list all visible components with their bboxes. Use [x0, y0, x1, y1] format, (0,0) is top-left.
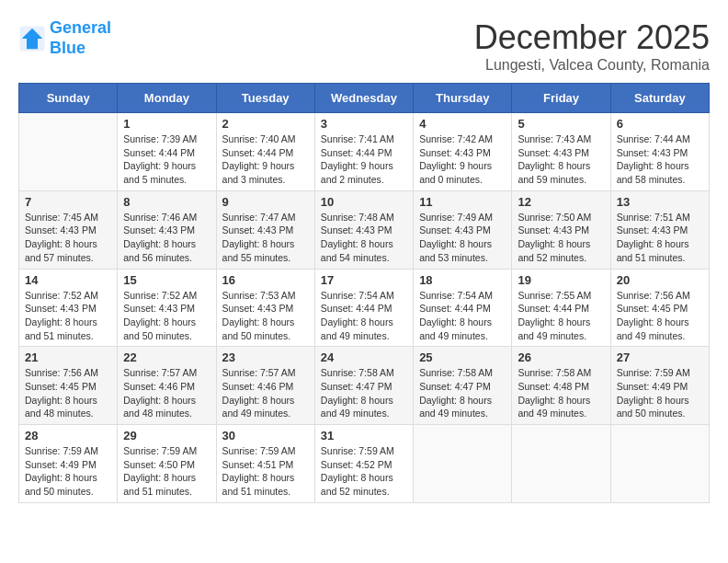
- day-info: Sunrise: 7:52 AMSunset: 4:43 PMDaylight:…: [123, 289, 210, 343]
- day-header-monday: Monday: [118, 84, 216, 113]
- calendar-cell: 12Sunrise: 7:50 AMSunset: 4:43 PMDayligh…: [512, 190, 610, 269]
- calendar-cell: [414, 425, 512, 503]
- day-number: 7: [25, 195, 111, 209]
- day-info: Sunrise: 7:42 AMSunset: 4:43 PMDaylight:…: [419, 132, 506, 187]
- day-number: 25: [419, 350, 506, 364]
- day-number: 13: [617, 195, 703, 209]
- calendar-cell: 7Sunrise: 7:45 AMSunset: 4:43 PMDaylight…: [19, 190, 118, 269]
- calendar-cell: 16Sunrise: 7:53 AMSunset: 4:43 PMDayligh…: [216, 269, 314, 347]
- day-number: 14: [25, 273, 111, 287]
- day-info: Sunrise: 7:49 AMSunset: 4:43 PMDaylight:…: [419, 211, 506, 265]
- day-info: Sunrise: 7:51 AMSunset: 4:43 PMDaylight:…: [617, 211, 703, 265]
- day-info: Sunrise: 7:39 AMSunset: 4:44 PMDaylight:…: [123, 132, 210, 187]
- day-header-thursday: Thursday: [414, 84, 512, 113]
- calendar-cell: 11Sunrise: 7:49 AMSunset: 4:43 PMDayligh…: [414, 190, 512, 269]
- calendar-cell: 27Sunrise: 7:59 AMSunset: 4:49 PMDayligh…: [610, 347, 709, 425]
- day-number: 20: [617, 273, 703, 287]
- logo: General Blue: [18, 18, 111, 58]
- day-info: Sunrise: 7:58 AMSunset: 4:47 PMDaylight:…: [419, 366, 506, 420]
- day-info: Sunrise: 7:46 AMSunset: 4:43 PMDaylight:…: [123, 211, 210, 265]
- day-number: 19: [518, 273, 604, 287]
- calendar-cell: 30Sunrise: 7:59 AMSunset: 4:51 PMDayligh…: [216, 425, 314, 503]
- calendar-cell: 21Sunrise: 7:56 AMSunset: 4:45 PMDayligh…: [19, 347, 118, 425]
- calendar-cell: 25Sunrise: 7:58 AMSunset: 4:47 PMDayligh…: [414, 347, 512, 425]
- calendar-week-5: 28Sunrise: 7:59 AMSunset: 4:49 PMDayligh…: [19, 425, 710, 503]
- calendar: SundayMondayTuesdayWednesdayThursdayFrid…: [18, 83, 710, 503]
- day-number: 22: [123, 350, 210, 364]
- day-number: 2: [222, 117, 309, 131]
- day-number: 27: [617, 350, 703, 364]
- day-number: 8: [123, 195, 210, 209]
- day-header-tuesday: Tuesday: [216, 84, 314, 113]
- day-info: Sunrise: 7:59 AMSunset: 4:49 PMDaylight:…: [25, 444, 111, 499]
- day-info: Sunrise: 7:57 AMSunset: 4:46 PMDaylight:…: [123, 366, 210, 420]
- day-header-saturday: Saturday: [610, 84, 709, 113]
- day-info: Sunrise: 7:56 AMSunset: 4:45 PMDaylight:…: [25, 366, 111, 420]
- day-info: Sunrise: 7:41 AMSunset: 4:44 PMDaylight:…: [321, 132, 407, 187]
- day-number: 4: [419, 117, 506, 131]
- day-number: 12: [518, 195, 604, 209]
- calendar-cell: 8Sunrise: 7:46 AMSunset: 4:43 PMDaylight…: [118, 190, 216, 269]
- day-info: Sunrise: 7:54 AMSunset: 4:44 PMDaylight:…: [321, 289, 407, 343]
- calendar-cell: 28Sunrise: 7:59 AMSunset: 4:49 PMDayligh…: [19, 425, 118, 503]
- calendar-cell: 14Sunrise: 7:52 AMSunset: 4:43 PMDayligh…: [19, 269, 118, 347]
- calendar-header-row: SundayMondayTuesdayWednesdayThursdayFrid…: [19, 84, 710, 113]
- day-info: Sunrise: 7:48 AMSunset: 4:43 PMDaylight:…: [321, 211, 407, 265]
- calendar-cell: 15Sunrise: 7:52 AMSunset: 4:43 PMDayligh…: [118, 269, 216, 347]
- calendar-week-3: 14Sunrise: 7:52 AMSunset: 4:43 PMDayligh…: [19, 269, 710, 347]
- logo-line1: General: [50, 18, 111, 37]
- day-number: 11: [419, 195, 506, 209]
- day-info: Sunrise: 7:55 AMSunset: 4:44 PMDaylight:…: [518, 289, 604, 343]
- calendar-cell: 20Sunrise: 7:56 AMSunset: 4:45 PMDayligh…: [610, 269, 709, 347]
- calendar-cell: [610, 425, 709, 503]
- day-info: Sunrise: 7:53 AMSunset: 4:43 PMDaylight:…: [222, 289, 309, 343]
- day-info: Sunrise: 7:45 AMSunset: 4:43 PMDaylight:…: [25, 211, 111, 265]
- calendar-cell: 6Sunrise: 7:44 AMSunset: 4:43 PMDaylight…: [610, 113, 709, 191]
- calendar-cell: 10Sunrise: 7:48 AMSunset: 4:43 PMDayligh…: [314, 190, 413, 269]
- day-number: 24: [321, 350, 407, 364]
- day-header-sunday: Sunday: [19, 84, 118, 113]
- logo-text: General Blue: [50, 18, 111, 58]
- day-info: Sunrise: 7:52 AMSunset: 4:43 PMDaylight:…: [25, 289, 111, 343]
- day-info: Sunrise: 7:40 AMSunset: 4:44 PMDaylight:…: [222, 132, 309, 187]
- day-info: Sunrise: 7:59 AMSunset: 4:51 PMDaylight:…: [222, 444, 309, 499]
- calendar-cell: 2Sunrise: 7:40 AMSunset: 4:44 PMDaylight…: [216, 113, 314, 191]
- day-number: 30: [222, 429, 309, 442]
- day-number: 5: [518, 117, 604, 131]
- calendar-cell: 26Sunrise: 7:58 AMSunset: 4:48 PMDayligh…: [512, 347, 610, 425]
- calendar-cell: 5Sunrise: 7:43 AMSunset: 4:43 PMDaylight…: [512, 113, 610, 191]
- day-info: Sunrise: 7:50 AMSunset: 4:43 PMDaylight:…: [518, 211, 604, 265]
- calendar-week-1: 1Sunrise: 7:39 AMSunset: 4:44 PMDaylight…: [19, 113, 710, 191]
- day-header-friday: Friday: [512, 84, 610, 113]
- day-info: Sunrise: 7:57 AMSunset: 4:46 PMDaylight:…: [222, 366, 309, 420]
- day-info: Sunrise: 7:58 AMSunset: 4:48 PMDaylight:…: [518, 366, 604, 420]
- day-info: Sunrise: 7:58 AMSunset: 4:47 PMDaylight:…: [321, 366, 407, 420]
- header: General Blue December 2025 Lungesti, Val…: [18, 18, 710, 74]
- calendar-cell: 24Sunrise: 7:58 AMSunset: 4:47 PMDayligh…: [314, 347, 413, 425]
- day-number: 16: [222, 273, 309, 287]
- day-number: 28: [25, 429, 111, 442]
- calendar-cell: 18Sunrise: 7:54 AMSunset: 4:44 PMDayligh…: [414, 269, 512, 347]
- day-number: 31: [321, 429, 407, 442]
- day-info: Sunrise: 7:54 AMSunset: 4:44 PMDaylight:…: [419, 289, 506, 343]
- calendar-week-4: 21Sunrise: 7:56 AMSunset: 4:45 PMDayligh…: [19, 347, 710, 425]
- calendar-week-2: 7Sunrise: 7:45 AMSunset: 4:43 PMDaylight…: [19, 190, 710, 269]
- day-number: 9: [222, 195, 309, 209]
- day-number: 26: [518, 350, 604, 364]
- day-info: Sunrise: 7:59 AMSunset: 4:52 PMDaylight:…: [321, 444, 407, 499]
- day-info: Sunrise: 7:56 AMSunset: 4:45 PMDaylight:…: [617, 289, 703, 343]
- calendar-cell: 31Sunrise: 7:59 AMSunset: 4:52 PMDayligh…: [314, 425, 413, 503]
- day-number: 1: [123, 117, 210, 131]
- title-section: December 2025 Lungesti, Valcea County, R…: [474, 18, 710, 74]
- calendar-cell: [512, 425, 610, 503]
- calendar-cell: 19Sunrise: 7:55 AMSunset: 4:44 PMDayligh…: [512, 269, 610, 347]
- day-info: Sunrise: 7:44 AMSunset: 4:43 PMDaylight:…: [617, 132, 703, 187]
- calendar-cell: 23Sunrise: 7:57 AMSunset: 4:46 PMDayligh…: [216, 347, 314, 425]
- calendar-cell: 22Sunrise: 7:57 AMSunset: 4:46 PMDayligh…: [118, 347, 216, 425]
- calendar-cell: 13Sunrise: 7:51 AMSunset: 4:43 PMDayligh…: [610, 190, 709, 269]
- day-info: Sunrise: 7:59 AMSunset: 4:49 PMDaylight:…: [617, 366, 703, 420]
- logo-icon: [18, 25, 46, 52]
- day-info: Sunrise: 7:59 AMSunset: 4:50 PMDaylight:…: [123, 444, 210, 499]
- logo-line2: Blue: [50, 39, 85, 57]
- day-number: 17: [321, 273, 407, 287]
